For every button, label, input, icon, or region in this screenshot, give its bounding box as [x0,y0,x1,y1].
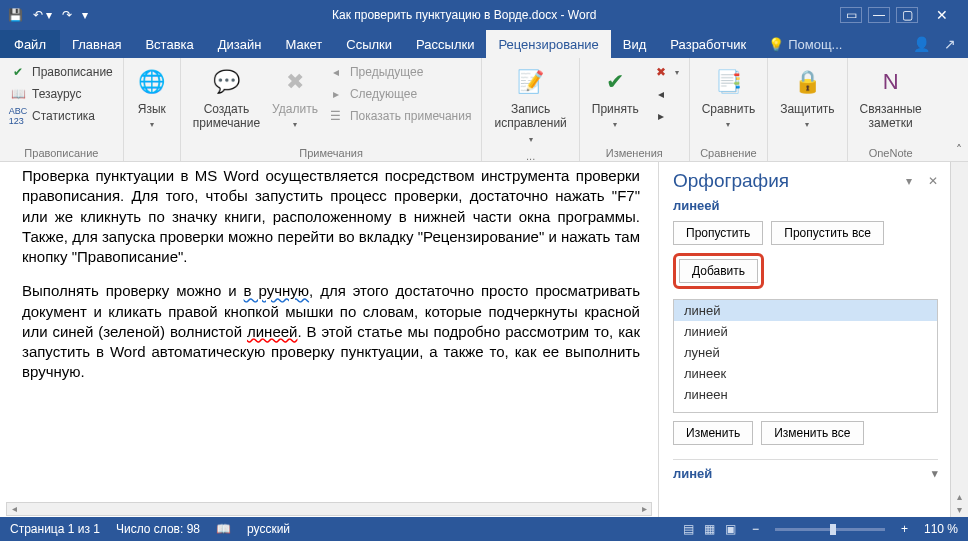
language-button[interactable]: 🌐 Язык ▾ [130,62,174,134]
compare-button[interactable]: 📑 Сравнить ▾ [696,62,761,134]
protect-button[interactable]: 🔒 Защитить ▾ [774,62,840,134]
spelling-label: Правописание [32,65,113,79]
group-compare-title: Сравнение [696,145,761,159]
suggestion-item[interactable]: линией [674,321,937,342]
track-changes-button[interactable]: 📝 Запись исправлений ▾ [488,62,572,148]
scroll-down-icon[interactable]: ▾ [953,504,966,515]
linked-notes-label: Связанные заметки [860,102,922,131]
new-comment-label: Создать примечание [193,102,260,131]
ribbon: ✔Правописание 📖Тезаурус ABC123Статистика… [0,58,968,162]
tab-mailings[interactable]: Рассылки [404,30,486,58]
group-tracking-title: ... [488,148,572,162]
thesaurus-button[interactable]: 📖Тезаурус [6,84,117,104]
globe-icon: 🌐 [136,66,168,98]
definition-header[interactable]: линей ▾ [673,459,938,481]
chevron-down-icon: ▾ [150,120,154,130]
qat-dropdown-icon[interactable]: ▾ [82,8,88,22]
tab-references[interactable]: Ссылки [334,30,404,58]
misspelled-word: линеей [673,198,938,213]
web-layout-icon[interactable]: ▣ [725,522,736,536]
linked-notes-button[interactable]: N Связанные заметки [854,62,928,135]
reject-button[interactable]: ✖▾ [649,62,683,82]
scroll-right-icon[interactable]: ▸ [637,502,651,516]
tell-me[interactable]: 💡 Помощ... [758,30,852,58]
skip-button[interactable]: Пропустить [673,221,763,245]
suggestion-item[interactable]: линеек [674,363,937,384]
definition-word: линей [673,466,712,481]
pane-options-icon[interactable]: ▾ [906,174,912,188]
undo-icon[interactable]: ↶ ▾ [33,8,52,22]
tab-file[interactable]: Файл [0,30,60,58]
next-comment-button[interactable]: ▸Следующее [324,84,476,104]
prev-icon: ◂ [328,64,344,80]
account-icon[interactable]: 👤 [913,36,930,52]
tab-review[interactable]: Рецензирование [486,30,610,58]
group-compare: 📑 Сравнить ▾ Сравнение [690,58,768,161]
read-mode-icon[interactable]: ▤ [683,522,694,536]
language-indicator[interactable]: русский [247,522,290,536]
suggestion-item[interactable]: линей [674,300,937,321]
new-comment-button[interactable]: 💬 Создать примечание [187,62,266,135]
minimize-icon[interactable]: — [868,7,890,23]
show-comments-label: Показать примечания [350,109,472,123]
prev-comment-button[interactable]: ◂Предыдущее [324,62,476,82]
tab-design[interactable]: Дизайн [206,30,274,58]
scroll-up-icon[interactable]: ▴ [953,491,966,502]
suggestion-item[interactable]: луней [674,342,937,363]
spelling-button[interactable]: ✔Правописание [6,62,117,82]
next-change-button[interactable]: ▸ [649,106,683,126]
zoom-level[interactable]: 110 % [924,522,958,536]
tab-view[interactable]: Вид [611,30,659,58]
group-tracking: 📝 Запись исправлений ▾ ... [482,58,579,161]
save-icon[interactable]: 💾 [8,8,23,22]
group-comments: 💬 Создать примечание ✖ Удалить ▾ ◂Предыд… [181,58,483,161]
document-body[interactable]: Проверка пунктуации в MS Word осуществля… [0,162,658,517]
reject-icon: ✖ [653,64,669,80]
thesaurus-label: Тезаурус [32,87,81,101]
redo-icon[interactable]: ↷ [62,8,72,22]
add-button-highlight: Добавить [673,253,764,289]
share-icon[interactable]: ↗ [944,36,956,52]
menubar: Файл Главная Вставка Дизайн Макет Ссылки… [0,30,968,58]
word-count[interactable]: Число слов: 98 [116,522,200,536]
text-span: Выполнять проверку можно и [22,282,244,299]
add-button[interactable]: Добавить [679,259,758,283]
show-comments-button[interactable]: ☰Показать примечания [324,106,476,126]
zoom-in-icon[interactable]: + [901,522,908,536]
horizontal-scrollbar[interactable]: ◂ ▸ [6,502,652,516]
suggestions-list[interactable]: линей линией луней линеек линеен [673,299,938,413]
proofing-status-icon[interactable]: 📖 [216,522,231,536]
print-layout-icon[interactable]: ▦ [704,522,715,536]
pane-close-icon[interactable]: ✕ [928,174,938,188]
group-comments-title: Примечания [187,145,476,159]
close-icon[interactable]: ✕ [924,7,960,23]
grammar-error: в ручную [244,282,309,299]
group-protect: 🔒 Защитить ▾ [768,58,847,161]
statistics-label: Статистика [32,109,95,123]
skip-all-button[interactable]: Пропустить все [771,221,884,245]
ribbon-options-icon[interactable]: ▭ [840,7,862,23]
change-button[interactable]: Изменить [673,421,753,445]
tab-home[interactable]: Главная [60,30,133,58]
tab-developer[interactable]: Разработчик [658,30,758,58]
tab-layout[interactable]: Макет [273,30,334,58]
statistics-button[interactable]: ABC123Статистика [6,106,117,126]
stats-icon: ABC123 [10,108,26,124]
accept-button[interactable]: ✔ Принять ▾ [586,62,645,134]
collapse-ribbon-icon[interactable]: ˄ [956,143,962,157]
next-comment-label: Следующее [350,87,417,101]
maximize-icon[interactable]: ▢ [896,7,918,23]
scroll-left-icon[interactable]: ◂ [7,502,21,516]
zoom-slider[interactable] [775,528,885,531]
chevron-down-icon: ▾ [726,120,730,130]
chevron-down-icon: ▾ [293,120,297,130]
prev-change-button[interactable]: ◂ [649,84,683,104]
zoom-out-icon[interactable]: − [752,522,759,536]
vertical-scrollbar[interactable]: ▴ ▾ [950,162,968,517]
change-all-button[interactable]: Изменить все [761,421,863,445]
delete-comment-button[interactable]: ✖ Удалить ▾ [266,62,324,134]
tab-insert[interactable]: Вставка [133,30,205,58]
book-icon: 📖 [10,86,26,102]
page-indicator[interactable]: Страница 1 из 1 [10,522,100,536]
suggestion-item[interactable]: линеен [674,384,937,405]
